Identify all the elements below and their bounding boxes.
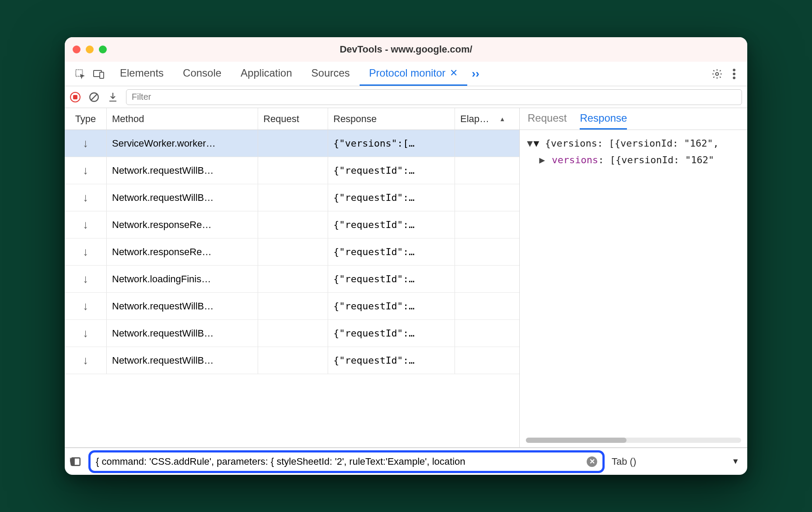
- tab-label: Elements: [120, 67, 164, 79]
- cell-response: {"requestId":…: [328, 347, 455, 374]
- cell-method: Network.requestWillB…: [107, 184, 258, 211]
- clear-input-icon[interactable]: ✕: [587, 456, 597, 467]
- kebab-menu-icon[interactable]: [732, 68, 736, 80]
- tab-elements[interactable]: Elements: [110, 62, 173, 86]
- chevron-down-icon[interactable]: ▼: [732, 457, 742, 466]
- cell-type: ↓: [65, 184, 107, 211]
- table-row[interactable]: ↓Network.responseRe…{"requestId":…: [65, 211, 519, 238]
- panel-tabs: Elements Console Application Sources Pro…: [65, 62, 747, 86]
- cell-elapsed: [455, 266, 511, 292]
- table-row[interactable]: ↓Network.loadingFinis…{"requestId":…: [65, 266, 519, 293]
- titlebar: DevTools - www.google.com/: [65, 37, 747, 62]
- arrow-down-icon: ↓: [83, 164, 88, 177]
- save-download-icon[interactable]: [108, 91, 118, 103]
- col-header-response[interactable]: Response: [328, 108, 455, 130]
- tab-label: Protocol monitor: [369, 67, 446, 79]
- cell-response: {"requestId":…: [328, 211, 455, 238]
- arrow-down-icon: ↓: [83, 272, 88, 286]
- tab-protocol-monitor[interactable]: Protocol monitor ✕: [360, 62, 468, 86]
- tab-console[interactable]: Console: [173, 62, 231, 86]
- cell-type: ↓: [65, 157, 107, 184]
- cell-method: Network.requestWillB…: [107, 293, 258, 319]
- settings-gear-icon[interactable]: [711, 68, 723, 80]
- cell-request: [258, 184, 328, 211]
- cell-response: {"versions":[…: [328, 130, 455, 157]
- horizontal-scrollbar[interactable]: [526, 438, 741, 443]
- table-row[interactable]: ↓Network.requestWillB…{"requestId":…: [65, 347, 519, 374]
- cell-method: ServiceWorker.worker…: [107, 130, 258, 157]
- table-body[interactable]: ↓ServiceWorker.worker…{"versions":[…↓Net…: [65, 130, 519, 447]
- close-window-button[interactable]: [73, 46, 80, 53]
- col-header-elapsed[interactable]: Elap… ▲: [455, 108, 511, 130]
- table-row[interactable]: ↓Network.requestWillB…{"requestId":…: [65, 293, 519, 320]
- cell-elapsed: [455, 157, 511, 184]
- cell-response: {"requestId":…: [328, 320, 455, 347]
- detail-tab-request[interactable]: Request: [528, 108, 567, 130]
- tab-application[interactable]: Application: [231, 62, 301, 86]
- arrow-down-icon: ↓: [83, 326, 88, 340]
- cell-elapsed: [455, 130, 511, 157]
- protocol-toolbar: [65, 86, 747, 108]
- table-row[interactable]: ↓Network.responseRe…{"requestId":…: [65, 238, 519, 266]
- cell-elapsed: [455, 211, 511, 238]
- svg-rect-2: [100, 72, 104, 78]
- arrow-down-icon: ↓: [83, 299, 88, 313]
- detail-pane: Request Response ▼ ▼ {versions: [{versio…: [520, 108, 747, 447]
- svg-point-6: [733, 77, 735, 79]
- table-row[interactable]: ↓Network.requestWillB…{"requestId":…: [65, 157, 519, 184]
- cell-response: {"requestId":…: [328, 157, 455, 184]
- cell-type: ↓: [65, 266, 107, 292]
- cell-type: ↓: [65, 293, 107, 319]
- main-split: Type Method Request Response Elap… ▲ ↓Se…: [65, 108, 747, 448]
- record-button[interactable]: [70, 92, 80, 102]
- cell-type: ↓: [65, 347, 107, 374]
- cell-type: ↓: [65, 211, 107, 238]
- tab-label: Console: [183, 67, 221, 79]
- command-input-wrap: ✕: [88, 450, 605, 473]
- filter-input[interactable]: [126, 89, 742, 105]
- cell-method: Network.responseRe…: [107, 238, 258, 265]
- cell-method: Network.requestWillB…: [107, 157, 258, 184]
- more-tabs-button[interactable]: ››: [467, 62, 483, 86]
- col-header-method[interactable]: Method: [107, 108, 258, 130]
- cell-request: [258, 211, 328, 238]
- command-input[interactable]: [96, 456, 583, 467]
- table-row[interactable]: ↓Network.requestWillB…{"requestId":…: [65, 184, 519, 211]
- col-header-request[interactable]: Request: [258, 108, 328, 130]
- window-title: DevTools - www.google.com/: [65, 44, 747, 55]
- clear-icon[interactable]: [88, 91, 100, 103]
- cell-request: [258, 130, 328, 157]
- cell-elapsed: [455, 347, 511, 374]
- cell-request: [258, 238, 328, 265]
- scrollbar-thumb[interactable]: [526, 438, 626, 443]
- svg-point-5: [733, 73, 735, 75]
- cell-request: [258, 266, 328, 292]
- bottom-bar: ✕ Tab () ▼: [65, 448, 747, 475]
- cell-type: ↓: [65, 320, 107, 347]
- close-tab-icon[interactable]: ✕: [450, 67, 458, 79]
- detail-tab-response[interactable]: Response: [580, 108, 627, 130]
- inspect-element-icon[interactable]: [74, 68, 86, 80]
- tree-line[interactable]: ▶ versions: [{versionId: "162": [526, 152, 741, 168]
- table-row[interactable]: ↓ServiceWorker.worker…{"versions":[…: [65, 130, 519, 157]
- arrow-down-icon: ↓: [83, 191, 88, 204]
- arrow-down-icon: ↓: [83, 137, 88, 150]
- cell-elapsed: [455, 238, 511, 265]
- cell-response: {"requestId":…: [328, 238, 455, 265]
- response-body[interactable]: ▼ ▼ {versions: [{versionId: "162", ▶ ver…: [520, 130, 747, 447]
- detail-tabs: Request Response: [520, 108, 747, 130]
- tab-sources[interactable]: Sources: [302, 62, 360, 86]
- svg-line-8: [91, 94, 97, 100]
- svg-rect-11: [71, 458, 75, 465]
- minimize-window-button[interactable]: [86, 46, 94, 53]
- maximize-window-button[interactable]: [99, 46, 107, 53]
- device-toolbar-icon[interactable]: [93, 69, 105, 79]
- tree-line[interactable]: ▼ ▼ {versions: [{versionId: "162",: [526, 135, 741, 152]
- caret-right-icon[interactable]: ▶: [538, 152, 546, 168]
- toggle-drawer-icon[interactable]: [70, 456, 81, 467]
- col-header-type[interactable]: Type: [65, 108, 107, 130]
- caret-down-icon[interactable]: ▼: [526, 135, 534, 152]
- arrow-down-icon: ↓: [83, 245, 88, 259]
- table-row[interactable]: ↓Network.requestWillB…{"requestId":…: [65, 320, 519, 347]
- sort-indicator-icon: ▲: [499, 116, 505, 123]
